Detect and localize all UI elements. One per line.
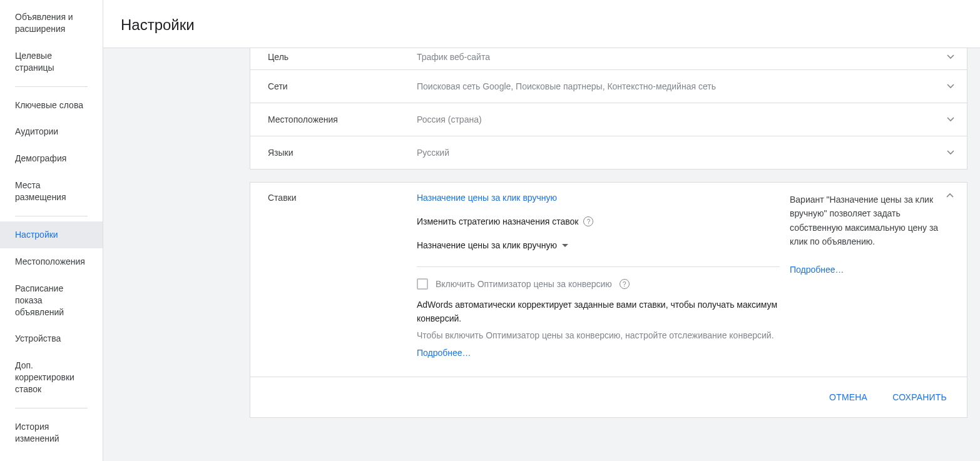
change-strategy-heading: Изменить стратегию назначения ставок ?: [417, 216, 780, 226]
optimizer-description: AdWords автоматически корректирует задан…: [417, 298, 780, 325]
sidebar-item-demographics[interactable]: Демография: [0, 145, 103, 172]
sidebar-divider: [15, 408, 88, 408]
setting-label: Сети: [268, 80, 417, 91]
bidding-panel: Ставки Назначение цены за клик вручную И…: [250, 183, 967, 377]
change-strategy-text: Изменить стратегию назначения ставок: [417, 216, 578, 226]
bidding-section-label: Ставки: [268, 193, 417, 358]
setting-label: Языки: [268, 146, 417, 158]
sidebar: Объявления и расширения Целевые страницы…: [0, 0, 103, 461]
setting-row-locations[interactable]: Местоположения Россия (страна): [250, 103, 967, 136]
sidebar-item-settings[interactable]: Настройки: [0, 221, 103, 248]
enable-cpc-optimizer-label: Включить Оптимизатор цены за конверсию: [436, 279, 612, 289]
sidebar-item-ad-schedule[interactable]: Расписание показа объявлений: [0, 275, 103, 326]
enable-cpc-optimizer-row: Включить Оптимизатор цены за конверсию ?: [417, 278, 780, 290]
sidebar-divider: [15, 86, 88, 87]
setting-label: Местоположения: [268, 113, 417, 124]
content-scroll[interactable]: Цель Трафик веб-сайта Сети Поисковая сет…: [103, 48, 980, 461]
bid-strategy-value: Назначение цены за клик вручную: [417, 240, 557, 250]
chevron-down-icon: [944, 51, 957, 63]
bidding-side-description: Вариант "Назначение цены за клик вручную…: [790, 193, 944, 249]
sidebar-item-keywords[interactable]: Ключевые слова: [0, 92, 103, 119]
bidding-actions: ОТМЕНА СОХРАНИТЬ: [250, 377, 967, 417]
cancel-button[interactable]: ОТМЕНА: [827, 387, 870, 407]
bid-strategy-dropdown[interactable]: Назначение цены за клик вручную: [417, 240, 780, 250]
optimizer-learn-more-link[interactable]: Подробнее…: [417, 348, 780, 358]
chevron-down-icon: [944, 80, 957, 93]
sidebar-item-devices[interactable]: Устройства: [0, 325, 103, 352]
sidebar-item-placements[interactable]: Места размещения: [0, 172, 103, 211]
sidebar-item-audiences[interactable]: Аудитории: [0, 118, 103, 145]
page-title: Настройки: [121, 16, 962, 34]
bidding-controls: Назначение цены за клик вручную Изменить…: [417, 193, 780, 358]
sidebar-divider: [15, 216, 88, 216]
bidding-card: Ставки Назначение цены за клик вручную И…: [250, 182, 967, 418]
settings-summary-card: Цель Трафик веб-сайта Сети Поисковая сет…: [250, 48, 967, 170]
optimizer-note: Чтобы включить Оптимизатор цены за конве…: [417, 329, 780, 343]
help-icon[interactable]: ?: [583, 216, 593, 226]
chevron-up-icon[interactable]: [944, 193, 956, 358]
sidebar-item-locations[interactable]: Местоположения: [0, 248, 103, 275]
sidebar-item-ads-extensions[interactable]: Объявления и расширения: [0, 4, 103, 43]
divider: [417, 266, 780, 267]
save-button[interactable]: СОХРАНИТЬ: [890, 387, 949, 407]
setting-row-goal[interactable]: Цель Трафик веб-сайта: [250, 48, 967, 69]
main-content: Настройки Цель Трафик веб-сайта Сети Пои…: [103, 0, 980, 461]
current-bid-strategy-link[interactable]: Назначение цены за клик вручную: [417, 193, 780, 203]
dropdown-arrow-icon: [562, 244, 568, 247]
sidebar-item-change-history[interactable]: История изменений: [0, 413, 103, 452]
setting-value: Поисковая сеть Google, Поисковые партнер…: [417, 80, 944, 91]
setting-label: Цель: [268, 51, 417, 62]
help-icon[interactable]: ?: [620, 279, 630, 289]
setting-value: Трафик веб-сайта: [417, 51, 944, 62]
chevron-down-icon: [944, 146, 957, 159]
setting-value: Русский: [417, 146, 944, 158]
bidding-side-help: Вариант "Назначение цены за клик вручную…: [780, 193, 944, 358]
chevron-down-icon: [944, 113, 957, 126]
setting-row-networks[interactable]: Сети Поисковая сеть Google, Поисковые па…: [250, 69, 967, 103]
enable-cpc-optimizer-checkbox[interactable]: [417, 278, 428, 290]
page-header: Настройки: [103, 0, 980, 48]
setting-value: Россия (страна): [417, 113, 944, 124]
setting-row-languages[interactable]: Языки Русский: [250, 136, 967, 169]
bidding-side-learn-more-link[interactable]: Подробнее…: [790, 263, 944, 276]
sidebar-item-landing-pages[interactable]: Целевые страницы: [0, 43, 103, 81]
sidebar-item-bid-adjustments[interactable]: Доп. корректировки ставок: [0, 352, 103, 403]
